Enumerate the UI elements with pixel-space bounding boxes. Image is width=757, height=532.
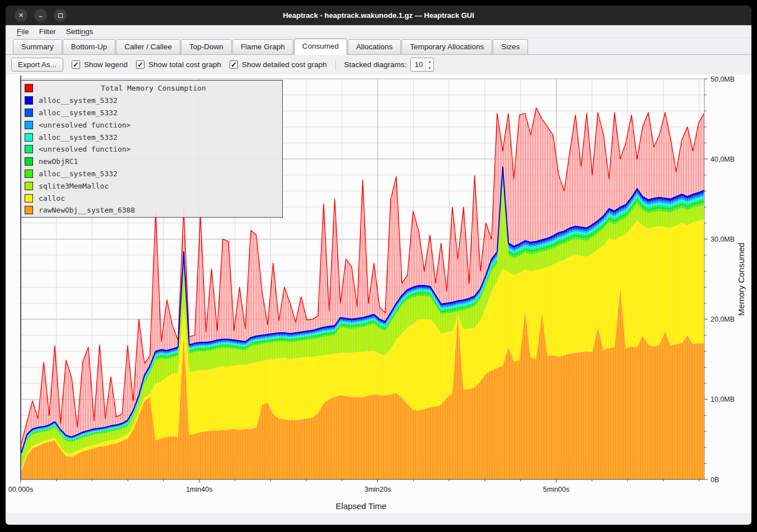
tab-bar: SummaryBottom-UpCaller / CalleeTop-DownF… [6, 38, 751, 55]
tab-caller-callee[interactable]: Caller / Callee [116, 39, 180, 54]
legend-label: sqlite3MemMalloc [39, 182, 109, 190]
legend-item: sqlite3MemMalloc [21, 180, 282, 192]
stacked-diagrams-stepper[interactable]: 10 ▲ ▼ [410, 58, 434, 72]
export-as-button[interactable]: Export As... [11, 58, 63, 72]
x-tick-label: 1min40s [186, 486, 212, 493]
checkmark-icon: ✓ [136, 60, 144, 69]
stacked-diagrams-value: 10 [411, 58, 425, 71]
legend-label: alloc__system_5332 [39, 133, 118, 142]
x-tick-label: 3min20s [365, 486, 391, 493]
legend-swatch [25, 121, 33, 129]
legend-swatch [25, 145, 33, 153]
chart-legend: Total Memory Consumptionalloc__system_53… [21, 80, 283, 218]
legend-item: rawNewObj__system_6388 [21, 204, 282, 216]
tab-top-down[interactable]: Top-Down [181, 39, 232, 54]
tab-flame-graph[interactable]: Flame Graph [232, 39, 293, 54]
checkbox-show-legend[interactable]: ✓Show legend [72, 60, 128, 69]
tab-allocations[interactable]: Allocations [348, 39, 401, 54]
checkbox-label: Show detailed cost graph [242, 60, 327, 69]
legend-swatch [25, 206, 33, 214]
y-tick-label: 50,0MB [711, 76, 735, 83]
legend-swatch [25, 182, 33, 190]
legend-label: <unresolved function> [39, 121, 130, 129]
legend-swatch [25, 84, 33, 92]
legend-item: newObjRC1 [21, 156, 282, 168]
checkbox-show-detailed-cost-graph[interactable]: ✓Show detailed cost graph [230, 60, 327, 69]
consumed-chart-panel: 00.000s1min40s3min20s5min00s0B10,0MB20,0… [6, 74, 751, 513]
legend-label: rawNewObj__system_6388 [39, 206, 135, 214]
y-tick-label: 20,0MB [711, 316, 735, 323]
legend-swatch [25, 96, 33, 105]
legend-item: alloc__system_5332 [21, 95, 282, 107]
legend-item: <unresolved function> [21, 143, 282, 156]
maximize-icon [58, 13, 63, 18]
legend-swatch [25, 170, 33, 178]
x-tick-label: 00.000s [8, 486, 33, 493]
x-tick-label: 5min00s [543, 486, 569, 493]
legend-label: newObjRC1 [39, 157, 78, 166]
legend-label: alloc__system_5332 [39, 170, 118, 178]
minimize-icon: – [39, 13, 42, 20]
close-button[interactable]: ✕ [15, 9, 27, 22]
legend-item: alloc__system_5332 [21, 168, 282, 180]
checkmark-icon: ✓ [230, 60, 238, 69]
title-bar: ✕ – Heaptrack - heaptrack.wakunode.1.gz … [6, 6, 751, 25]
legend-swatch [25, 109, 33, 117]
menu-bar: FileFilterSettings [6, 25, 751, 38]
y-axis-title: Memory Consumed [736, 243, 746, 316]
checkbox-label: Show total cost graph [148, 60, 221, 69]
app-window: ✕ – Heaptrack - heaptrack.wakunode.1.gz … [6, 6, 751, 525]
tab-summary[interactable]: Summary [13, 39, 62, 54]
stacked-diagrams-label: Stacked diagrams: [344, 60, 407, 69]
minimize-button[interactable]: – [34, 9, 47, 22]
legend-item: alloc__system_5332 [21, 107, 282, 119]
legend-label: calloc [39, 194, 65, 203]
legend-label: alloc__system_5332 [39, 109, 118, 117]
spin-down-icon[interactable]: ▼ [426, 65, 433, 72]
legend-item: calloc [21, 192, 282, 204]
legend-label: <unresolved function> [39, 145, 130, 153]
window-title: Heaptrack - heaptrack.wakunode.1.gz — He… [6, 11, 751, 20]
legend-label: Total Memory Consumption [39, 84, 268, 92]
close-icon: ✕ [18, 12, 24, 19]
toolbar-separator [335, 59, 336, 70]
menu-filter[interactable]: Filter [34, 26, 61, 37]
y-tick-label: 10,0MB [711, 396, 735, 403]
legend-swatch [25, 133, 33, 142]
menu-file[interactable]: File [12, 26, 34, 37]
menu-settings[interactable]: Settings [61, 26, 99, 37]
spin-up-icon[interactable]: ▲ [426, 58, 433, 65]
maximize-button[interactable] [54, 9, 67, 22]
checkbox-show-total-cost-graph[interactable]: ✓Show total cost graph [136, 60, 221, 69]
legend-item: alloc__system_5332 [21, 131, 282, 143]
checkbox-label: Show legend [84, 60, 128, 69]
tab-consumed[interactable]: Consumed [294, 39, 347, 55]
y-tick-label: 30,0MB [711, 236, 735, 243]
legend-label: alloc__system_5332 [39, 96, 118, 105]
toolbar: Export As... ✓Show legend✓Show total cos… [6, 55, 751, 74]
tab-bottom-up[interactable]: Bottom-Up [63, 39, 116, 54]
y-tick-label: 0B [711, 476, 719, 484]
legend-swatch [25, 194, 33, 203]
tab-temporary-allocations[interactable]: Temporary Allocations [401, 39, 492, 54]
legend-item: <unresolved function> [21, 119, 282, 131]
legend-swatch [25, 157, 33, 166]
legend-item: Total Memory Consumption [21, 82, 282, 95]
y-tick-label: 40,0MB [711, 156, 735, 163]
tab-sizes[interactable]: Sizes [493, 39, 528, 54]
x-axis-title: Elapsed Time [336, 501, 387, 511]
checkmark-icon: ✓ [72, 60, 80, 69]
